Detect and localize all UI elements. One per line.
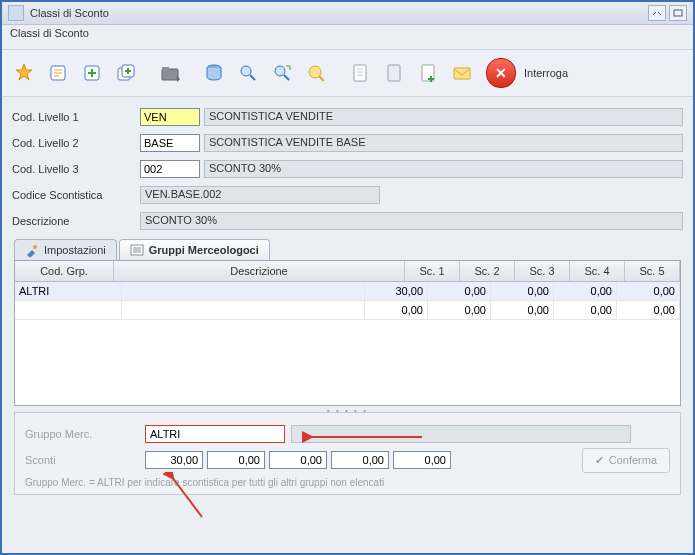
cell-grp: ALTRI [15,282,122,300]
toolbar-doc-add-icon[interactable] [412,57,444,89]
list-icon [130,243,144,257]
cell-sc5: 0,00 [617,282,680,300]
toolbar-doc-new-icon[interactable] [344,57,376,89]
svg-rect-13 [354,65,366,81]
label-descrizione: Descrizione [12,215,140,227]
desc-livello3: SCONTO 30% [204,160,683,178]
grid-header: Cod. Grp. Descrizione Sc. 1 Sc. 2 Sc. 3 … [15,261,680,282]
grid-header-grp[interactable]: Cod. Grp. [15,261,114,281]
mode-label: Interroga [524,67,568,79]
minimize-button[interactable] [648,5,666,21]
cell-sc1: 0,00 [365,301,428,319]
cell-sc3: 0,00 [491,282,554,300]
cell-sc2: 0,00 [428,282,491,300]
toolbar-edit-icon[interactable] [42,57,74,89]
toolbar-db-icon[interactable] [198,57,230,89]
desc-livello2: SCONTISTICA VENDITE BASE [204,134,683,152]
tools-icon [25,243,39,257]
svg-rect-16 [454,68,470,79]
toolbar-zoom-icon[interactable] [300,57,332,89]
svg-marker-1 [16,64,32,80]
svg-point-17 [33,245,37,249]
detail-sc5-input[interactable] [393,451,451,469]
maximize-button[interactable] [669,5,687,21]
toolbar-find-icon[interactable] [232,57,264,89]
value-descrizione: SCONTO 30% [140,212,683,230]
svg-rect-7 [162,67,169,70]
tab-impostazioni-label: Impostazioni [44,244,106,256]
check-icon: ✔ [595,454,604,467]
window-title: Classi di Sconto [30,7,109,19]
app-window: Classi di Sconto Classi di Sconto ✕ Inte… [0,0,695,555]
value-codice: VEN.BASE.002 [140,186,380,204]
grid-header-desc[interactable]: Descrizione [114,261,405,281]
svg-rect-6 [162,69,178,80]
detail-grp-label: Gruppo Merc. [25,428,145,440]
cell-sc3: 0,00 [491,301,554,319]
grid-header-sc3[interactable]: Sc. 3 [515,261,570,281]
detail-sc1-input[interactable] [145,451,203,469]
tab-gruppi-label: Gruppi Merceologoci [149,244,259,256]
cell-sc5: 0,00 [617,301,680,319]
detail-grp-desc [291,425,631,443]
cell-desc [122,301,365,319]
grid-header-sc4[interactable]: Sc. 4 [570,261,625,281]
input-livello2[interactable] [140,134,200,152]
label-livello2: Cod. Livello 2 [12,137,140,149]
mode-box: ✕ Interroga [486,58,687,88]
toolbar-folder-icon[interactable] [154,57,186,89]
input-livello3[interactable] [140,160,200,178]
label-livello1: Cod. Livello 1 [12,111,140,123]
toolbar-add-icon[interactable] [76,57,108,89]
cell-desc [122,282,365,300]
titlebar: Classi di Sconto [2,2,693,25]
detail-sc3-input[interactable] [269,451,327,469]
toolbar-mail-icon[interactable] [446,57,478,89]
form-area: Cod. Livello 1 SCONTISTICA VENDITE Cod. … [2,97,693,495]
detail-grp-input[interactable] [145,425,285,443]
toolbar-doc-icon[interactable] [378,57,410,89]
grid-header-sc1[interactable]: Sc. 1 [405,261,460,281]
cell-sc1: 30,00 [365,282,428,300]
grid-header-sc5[interactable]: Sc. 5 [625,261,680,281]
cell-sc4: 0,00 [554,282,617,300]
cell-sc2: 0,00 [428,301,491,319]
grid-body[interactable]: ALTRI 30,00 0,00 0,00 0,00 0,00 0,00 0,0… [15,282,680,405]
svg-point-11 [275,66,285,76]
detail-hint: Gruppo Merc. = ALTRI per indicare sconti… [25,477,670,488]
svg-rect-0 [674,10,682,16]
label-livello3: Cod. Livello 3 [12,163,140,175]
detail-sc2-input[interactable] [207,451,265,469]
tab-strip: Impostazioni Gruppi Merceologoci [14,239,681,260]
cell-sc4: 0,00 [554,301,617,319]
grid: Cod. Grp. Descrizione Sc. 1 Sc. 2 Sc. 3 … [14,260,681,406]
app-icon [8,5,24,21]
toolbar-add-multi-icon[interactable] [110,57,142,89]
detail-sc4-input[interactable] [331,451,389,469]
grid-row[interactable]: ALTRI 30,00 0,00 0,00 0,00 0,00 [15,282,680,301]
tab-impostazioni[interactable]: Impostazioni [14,239,117,260]
svg-rect-14 [388,65,400,81]
confirm-label: Conferma [609,454,657,466]
detail-panel: Gruppo Merc. Sconti ✔ Conferma Gruppo Me… [14,412,681,495]
label-codice: Codice Scontistica [12,189,140,201]
grid-header-sc2[interactable]: Sc. 2 [460,261,515,281]
grid-row[interactable]: 0,00 0,00 0,00 0,00 0,00 [15,301,680,320]
toolbar: ✕ Interroga [2,50,693,97]
svg-point-10 [241,66,251,76]
detail-sc-label: Sconti [25,454,145,466]
sub-titlebar: Classi di Sconto [2,25,693,50]
cell-grp [15,301,122,319]
input-livello1[interactable] [140,108,200,126]
toolbar-new-star-icon[interactable] [8,57,40,89]
toolbar-find-next-icon[interactable] [266,57,298,89]
mode-stop-button[interactable]: ✕ [486,58,516,88]
confirm-button[interactable]: ✔ Conferma [582,448,670,473]
tab-gruppi[interactable]: Gruppi Merceologoci [119,239,270,260]
desc-livello1: SCONTISTICA VENDITE [204,108,683,126]
sub-title: Classi di Sconto [10,27,89,39]
